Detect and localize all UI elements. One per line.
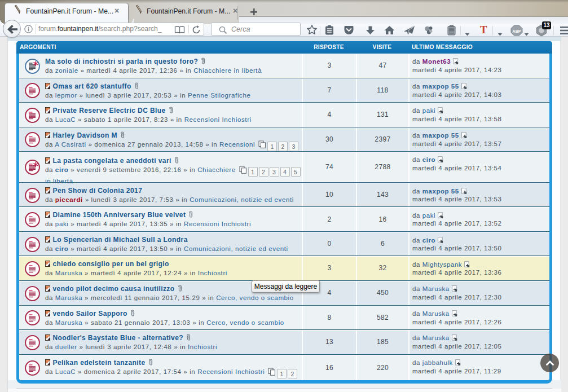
svg-text:ABP: ABP bbox=[513, 29, 521, 33]
